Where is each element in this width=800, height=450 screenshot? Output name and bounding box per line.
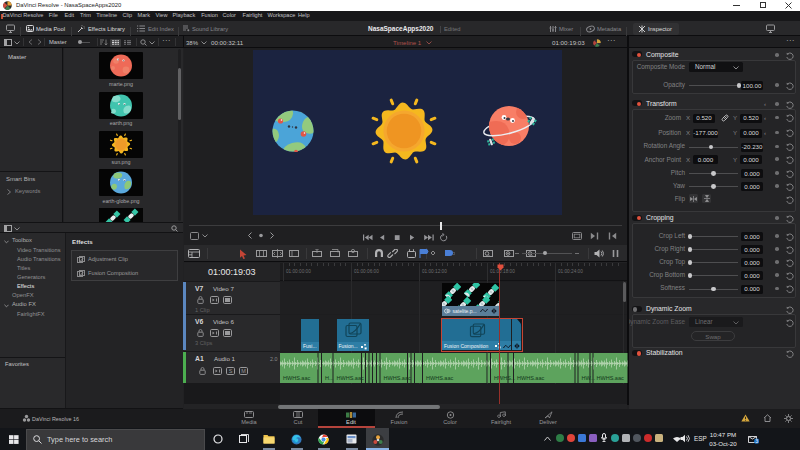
svg-text:HWHS.aac: HWHS.aac xyxy=(384,374,411,380)
svg-text:HWHS.aac: HWHS.aac xyxy=(517,374,544,380)
svg-text:HWHS.aac: HWHS.aac xyxy=(597,374,624,380)
svg-text:3: 3 xyxy=(755,438,758,444)
svg-text:HWHS.aac: HWHS.aac xyxy=(426,374,453,380)
svg-text:S: S xyxy=(229,368,233,374)
svg-text:HW...: HW... xyxy=(582,374,596,380)
svg-text:HWHS.aac: HWHS.aac xyxy=(337,374,364,380)
svg-text:HWHS.aac: HWHS.aac xyxy=(283,374,310,380)
svg-text:HWHS...: HWHS... xyxy=(494,374,516,380)
svg-text:M: M xyxy=(241,368,246,374)
svg-text:H...: H... xyxy=(325,374,334,380)
